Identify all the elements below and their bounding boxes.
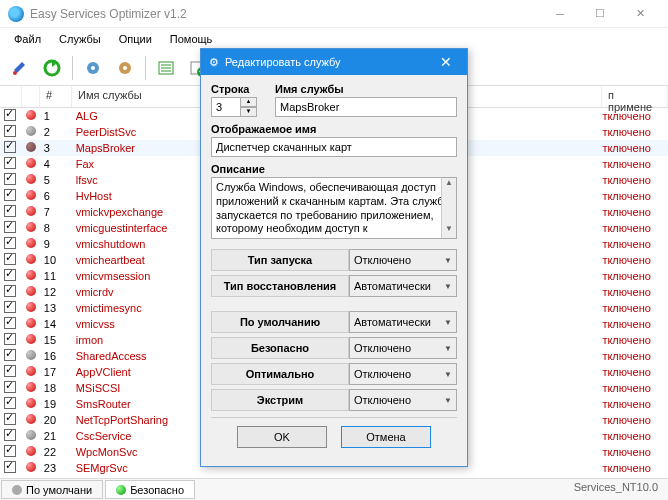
scroll-up-icon[interactable]: ▲ <box>442 178 456 192</box>
tool-list-icon[interactable] <box>152 54 180 82</box>
option-select[interactable]: Отключено▼ <box>349 249 457 271</box>
service-name: Fax <box>72 158 201 170</box>
tool-refresh-icon[interactable] <box>38 54 66 82</box>
scroll-down-icon[interactable]: ▼ <box>442 224 456 238</box>
option-label: Тип восстановления <box>211 275 349 297</box>
status-bullet-icon <box>26 334 36 344</box>
service-name: MapsBroker <box>72 142 201 154</box>
row-checkbox[interactable] <box>4 317 16 329</box>
service-name: AppVClient <box>72 366 201 378</box>
row-checkbox[interactable] <box>4 445 16 457</box>
option-label: Безопасно <box>211 337 349 359</box>
row-checkbox[interactable] <box>4 397 16 409</box>
row-checkbox[interactable] <box>4 109 16 121</box>
row-status: тключено <box>598 366 668 378</box>
menu-services[interactable]: Службы <box>51 31 109 47</box>
menu-options[interactable]: Опции <box>111 31 160 47</box>
status-bullet-icon <box>26 142 36 152</box>
display-name-input[interactable] <box>211 137 457 157</box>
dialog-titlebar[interactable]: ⚙ Редактировать службу ✕ <box>201 49 467 75</box>
row-checkbox[interactable] <box>4 301 16 313</box>
status-bullet-icon <box>26 126 36 136</box>
row-checkbox[interactable] <box>4 269 16 281</box>
row-status: тключено <box>598 206 668 218</box>
option-select[interactable]: Автоматически▼ <box>349 275 457 297</box>
line-input[interactable] <box>211 97 241 117</box>
spin-up-icon[interactable]: ▲ <box>241 97 257 107</box>
maximize-button[interactable]: ☐ <box>580 0 620 28</box>
menu-help[interactable]: Помощь <box>162 31 221 47</box>
cancel-button[interactable]: Отмена <box>341 426 431 448</box>
row-checkbox[interactable] <box>4 429 16 441</box>
row-status: тключено <box>598 190 668 202</box>
desc-scrollbar[interactable]: ▲ ▼ <box>441 178 456 238</box>
option-select[interactable]: Автоматически▼ <box>349 311 457 333</box>
row-checkbox[interactable] <box>4 381 16 393</box>
status-bullet-icon <box>26 414 36 424</box>
row-checkbox[interactable] <box>4 237 16 249</box>
row-status: тключено <box>598 414 668 426</box>
titlebar: Easy Services Optimizer v1.2 ─ ☐ ✕ <box>0 0 668 28</box>
dialog-title: Редактировать службу <box>225 56 341 68</box>
row-number: 21 <box>40 430 72 442</box>
row-status: тключено <box>598 238 668 250</box>
dialog-close-button[interactable]: ✕ <box>433 54 459 70</box>
row-number: 20 <box>40 414 72 426</box>
status-bullet-icon <box>26 398 36 408</box>
row-status: тключено <box>598 286 668 298</box>
row-checkbox[interactable] <box>4 221 16 233</box>
status-bullet-icon <box>26 222 36 232</box>
row-checkbox[interactable] <box>4 285 16 297</box>
svc-name-input[interactable] <box>275 97 457 117</box>
col-number[interactable]: # <box>40 86 72 107</box>
row-checkbox[interactable] <box>4 141 16 153</box>
row-checkbox[interactable] <box>4 253 16 265</box>
menu-file[interactable]: Файл <box>6 31 49 47</box>
col-status[interactable]: п примене <box>602 86 668 107</box>
row-checkbox[interactable] <box>4 205 16 217</box>
row-checkbox[interactable] <box>4 157 16 169</box>
status-bullet-icon <box>26 350 36 360</box>
spin-down-icon[interactable]: ▼ <box>241 107 257 117</box>
row-number: 10 <box>40 254 72 266</box>
row-checkbox[interactable] <box>4 413 16 425</box>
row-checkbox[interactable] <box>4 461 16 473</box>
tool-gear2-icon[interactable] <box>111 54 139 82</box>
status-bullet-icon <box>26 430 36 440</box>
tool-wrench-icon[interactable] <box>6 54 34 82</box>
row-checkbox[interactable] <box>4 365 16 377</box>
row-number: 6 <box>40 190 72 202</box>
option-label: Оптимально <box>211 363 349 385</box>
row-checkbox[interactable] <box>4 349 16 361</box>
close-button[interactable]: ✕ <box>620 0 660 28</box>
minimize-button[interactable]: ─ <box>540 0 580 28</box>
col-service-name[interactable]: Имя службы <box>72 86 202 107</box>
service-name: irmon <box>72 334 201 346</box>
service-name: SharedAccess <box>72 350 201 362</box>
option-select[interactable]: Отключено▼ <box>349 389 457 411</box>
row-checkbox[interactable] <box>4 173 16 185</box>
line-label: Строка <box>211 83 265 95</box>
status-bullet-icon <box>26 302 36 312</box>
chevron-down-icon: ▼ <box>444 282 452 291</box>
row-checkbox[interactable] <box>4 125 16 137</box>
ok-button[interactable]: OK <box>237 426 327 448</box>
option-select[interactable]: Отключено▼ <box>349 337 457 359</box>
row-status: тключено <box>598 126 668 138</box>
service-name: vmickvpexchange <box>72 206 201 218</box>
service-name: ALG <box>72 110 201 122</box>
menubar: Файл Службы Опции Помощь <box>0 28 668 50</box>
row-status: тключено <box>598 382 668 394</box>
tool-gear1-icon[interactable] <box>79 54 107 82</box>
line-spinner[interactable]: ▲▼ <box>211 97 265 117</box>
chevron-down-icon: ▼ <box>444 344 452 353</box>
row-number: 15 <box>40 334 72 346</box>
row-checkbox[interactable] <box>4 189 16 201</box>
profile-tab-default[interactable]: По умолчани <box>1 480 103 499</box>
svg-point-0 <box>13 71 17 75</box>
row-number: 4 <box>40 158 72 170</box>
desc-textarea[interactable]: Служба Windows, обеспечивающая доступ пр… <box>211 177 457 239</box>
row-checkbox[interactable] <box>4 333 16 345</box>
profile-tab-safe[interactable]: Безопасно <box>105 480 195 499</box>
option-select[interactable]: Отключено▼ <box>349 363 457 385</box>
